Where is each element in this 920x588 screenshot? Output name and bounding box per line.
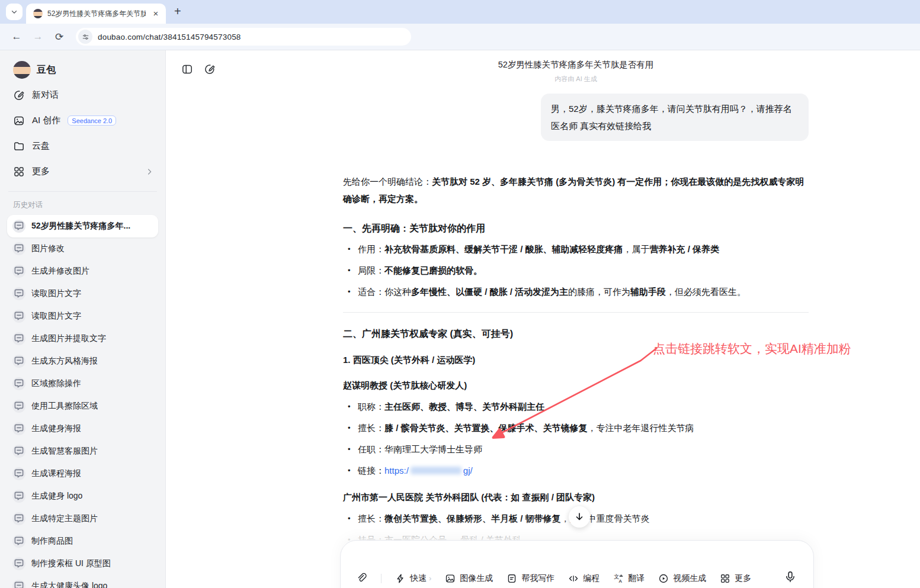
history-item-label: 生成课程海报 <box>31 468 81 479</box>
answer-block-li: 作用：补充软骨基质原料、缓解关节干涩 / 酸胀、辅助减轻轻度疼痛，属于营养补充 … <box>343 242 809 256</box>
answer-block-li: 适合：你这种多年慢性、以僵硬 / 酸胀 / 活动发涩为主的膝痛，可作为辅助手段，… <box>343 284 809 299</box>
answer-link[interactable]: gj/ <box>463 465 473 475</box>
seedance-badge: Seedance 2.0 <box>68 115 116 126</box>
composer-tool-更多[interactable]: 更多 <box>720 573 751 584</box>
tab-search-chevron-icon[interactable] <box>6 4 23 20</box>
history-item[interactable]: 52岁男性膝关节疼痛多年... <box>7 215 158 237</box>
chat-main: 52岁男性膝关节疼痛多年关节肽是否有用 内容由 AI 生成 男，52岁，膝关节疼… <box>166 50 920 588</box>
composer-tool-编程[interactable]: 编程 <box>568 573 600 584</box>
mic-icon[interactable] <box>784 570 797 583</box>
browser-tab-strip: 52岁男性膝关节疼痛多年关节肽 × + <box>0 0 920 24</box>
history-item[interactable]: 生成智慧客服图片 <box>7 440 158 462</box>
chat-bubble-icon <box>12 535 25 548</box>
answer-text: 局限： <box>358 265 384 275</box>
reload-button[interactable]: ⟳ <box>50 27 69 46</box>
history-item-label: 制作搜索框 UI 原型图 <box>31 558 111 569</box>
address-bar[interactable]: doubao.com/chat/38415145794573058 <box>76 28 411 46</box>
history-item-label: 制作商品图 <box>31 536 73 547</box>
tab-close-icon[interactable]: × <box>150 8 161 19</box>
answer-text: 的膝痛，可作为 <box>568 287 630 297</box>
chat-bubble-icon <box>12 265 25 278</box>
history-item[interactable]: 生成健身海报 <box>7 417 158 440</box>
answer-text: 营养补充 / 保养类 <box>650 244 720 254</box>
history-item-label: 生成东方风格海报 <box>31 356 98 367</box>
sidebar-item-cloud-drive[interactable]: 云盘 <box>7 133 158 159</box>
history-item[interactable]: 读取图片文字 <box>7 305 158 327</box>
url-text: doubao.com/chat/38415145794573058 <box>98 33 241 41</box>
composer-tool-视频生成[interactable]: 视频生成 <box>658 573 706 584</box>
answer-block-li: 擅长：膝 / 髌骨关节炎、关节置换、保膝手术、关节镜修复，专注中老年退行性关节病 <box>343 420 809 435</box>
paperclip-icon[interactable] <box>356 573 367 584</box>
lightning-icon <box>395 573 406 584</box>
chat-bubble-icon <box>12 400 25 413</box>
new-chat-icon[interactable] <box>204 63 216 75</box>
chat-bubble-icon <box>12 355 25 368</box>
svg-text:A: A <box>619 578 623 583</box>
translate-icon: 文A <box>613 573 624 584</box>
history-item-label: 区域擦除操作 <box>31 378 81 389</box>
answer-block-b: 赵谋明教授 (关节肽核心研发人) <box>343 378 809 393</box>
sidebar-item-new-chat[interactable]: 新对话 <box>7 82 158 108</box>
answer-text: 多年慢性、以僵硬 / 酸胀 / 活动发涩为主 <box>411 287 568 297</box>
answer-block-li: 链接：https:/gj/ <box>343 463 809 478</box>
chat-bubble-icon <box>12 310 25 323</box>
history-item[interactable]: 生成健身 logo <box>7 485 158 507</box>
answer-text: 辅助手段 <box>630 287 666 297</box>
chat-bubble-icon <box>12 220 25 233</box>
sidebar-item-ai-create[interactable]: AI 创作 Seedance 2.0 <box>7 108 158 133</box>
history-item-label: 读取图片文字 <box>31 288 81 299</box>
composer-tool-帮我写作[interactable]: 帮我写作 <box>507 573 554 584</box>
history-item[interactable]: 生成大健康头像 logo <box>7 575 158 588</box>
chat-bubble-icon <box>12 580 25 588</box>
answer-block-hr <box>343 312 809 313</box>
chat-bubble-icon <box>12 467 25 480</box>
chat-bubble-icon <box>12 422 25 435</box>
doubao-avatar <box>13 61 31 79</box>
back-button[interactable]: ← <box>7 27 26 46</box>
sidebar-item-more[interactable]: 更多 <box>7 159 158 184</box>
brand-name: 豆包 <box>37 64 56 76</box>
favicon-avatar <box>33 9 43 18</box>
history-item-label: 使用工具擦除区域 <box>31 401 98 412</box>
forward-button[interactable]: → <box>28 27 47 46</box>
answer-link[interactable]: https:/ <box>384 465 409 475</box>
history-item[interactable]: 制作商品图 <box>7 530 158 552</box>
history-item[interactable]: 生成图片并提取文字 <box>7 327 158 350</box>
composer-input[interactable] <box>356 549 798 562</box>
image-icon <box>445 573 456 584</box>
chat-bubble-icon <box>12 445 25 458</box>
history-item[interactable]: 图片修改 <box>7 237 158 260</box>
answer-block-h3: 一、先再明确：关节肽对你的作用 <box>343 223 809 235</box>
brand-row[interactable]: 豆包 <box>7 59 158 82</box>
arrow-down-icon <box>574 512 585 522</box>
folder-icon <box>13 140 25 152</box>
answer-block-li: 任职：华南理工大学博士生导师 <box>343 442 809 457</box>
sidebar-divider <box>8 191 157 192</box>
composer-tool-翻译[interactable]: 文A翻译 <box>613 573 645 584</box>
chevron-right-icon: › <box>429 574 431 583</box>
composer-tool-快速[interactable]: 快速› <box>395 573 431 584</box>
history-item-label: 图片修改 <box>31 243 65 254</box>
history-item[interactable]: 生成并修改图片 <box>7 260 158 282</box>
doc-icon <box>507 573 517 584</box>
answer-text: 适合：你这种 <box>358 287 411 297</box>
history-item[interactable]: 生成东方风格海报 <box>7 350 158 372</box>
answer-text: ，专注中老年退行性关节病 <box>588 423 694 433</box>
collapse-sidebar-icon[interactable] <box>181 63 193 75</box>
history-item[interactable]: 区域擦除操作 <box>7 372 158 395</box>
history-item[interactable]: 制作搜索框 UI 原型图 <box>7 552 158 575</box>
composer-tool-label: 视频生成 <box>673 573 706 584</box>
site-info-icon[interactable] <box>78 30 92 44</box>
answer-block-p: 先给你一个明确结论：关节肽对 52 岁、多年膝关节痛 (多为骨关节炎) 有一定作… <box>343 173 809 207</box>
history-item-label: 读取图片文字 <box>31 311 81 322</box>
history-item[interactable]: 使用工具擦除区域 <box>7 395 158 417</box>
new-tab-button[interactable]: + <box>174 5 181 18</box>
answer-block-li: 局限：不能修复已磨损的软骨。 <box>343 263 809 278</box>
edit-icon <box>13 89 25 101</box>
browser-tab[interactable]: 52岁男性膝关节疼痛多年关节肽 × <box>26 4 166 24</box>
history-item[interactable]: 生成特定主题图片 <box>7 507 158 530</box>
composer-tool-图像生成[interactable]: 图像生成 <box>445 573 493 584</box>
history-item[interactable]: 生成课程海报 <box>7 462 158 485</box>
history-item[interactable]: 读取图片文字 <box>7 282 158 305</box>
scroll-to-bottom-button[interactable] <box>569 506 590 528</box>
